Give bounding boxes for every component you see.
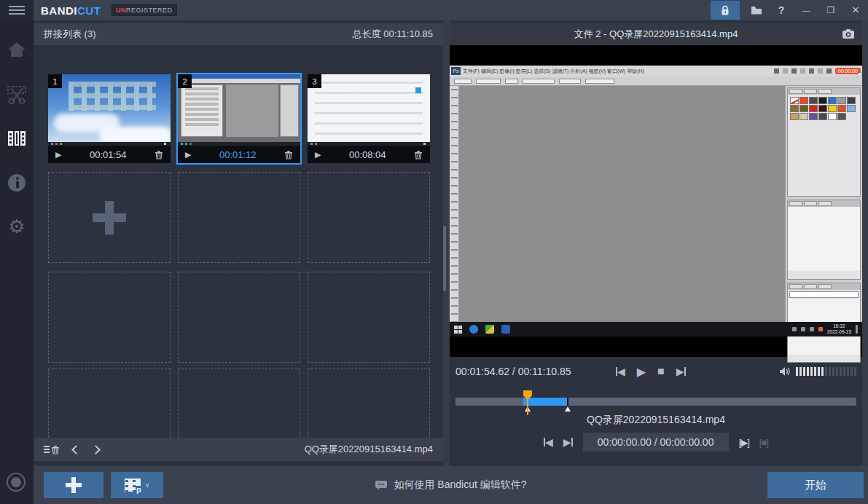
join-list-header: 拼接列表 (3) 总长度 00:11:10.85	[34, 23, 443, 45]
selected-segment[interactable]	[523, 398, 567, 406]
info-icon	[8, 174, 26, 192]
join-list-title: 拼接列表 (3)	[44, 28, 96, 41]
trash-icon	[51, 445, 60, 454]
move-left-button[interactable]	[71, 445, 81, 454]
app-logo: BANDICUT	[41, 0, 101, 20]
stop-button[interactable]: ■	[657, 365, 665, 378]
unregistered-rest: REGISTERED	[126, 7, 173, 14]
sidebar-item-home[interactable]	[0, 35, 34, 64]
record-button[interactable]	[7, 473, 26, 492]
video-preview[interactable]: Ps 文件(F) 编辑(E) 图像(I) 图层(L) 选择(S) 滤镜(T) 分…	[450, 45, 862, 357]
recording-time-badge: 00:00:00	[835, 68, 861, 74]
volume-control[interactable]	[779, 366, 856, 377]
segment-controls: ◀ ▶ 00:00:00.00 / 00:00:00.00 [▶] [■]	[450, 431, 862, 453]
seek-track[interactable]	[455, 398, 856, 406]
scissors-cut-icon	[7, 85, 27, 104]
help-button[interactable]: ?	[769, 1, 794, 20]
move-right-button[interactable]	[91, 445, 101, 454]
clip-play-icon[interactable]: ▶	[185, 150, 191, 160]
segment-stop-button[interactable]: [■]	[759, 437, 768, 448]
empty-slot	[178, 172, 300, 263]
skip-start-button[interactable]: ◀	[616, 366, 625, 377]
film-join-icon	[7, 130, 26, 146]
clip-play-icon[interactable]: ▶	[55, 150, 61, 160]
clip-3-footer: ▶ 00:08:04	[308, 146, 430, 163]
video-ps-optionsbar	[450, 76, 862, 86]
selected-clip-filename: QQ录屏20220915163414.mp4	[305, 443, 433, 456]
speech-bubble-icon	[375, 480, 388, 490]
bottom-bar: p ∨ 如何使用 Bandicut 编辑软件? 开始	[34, 466, 868, 504]
taskbar-clock: 16:32 2022-09-15	[827, 323, 851, 335]
clip-item-2-selected[interactable]: 2 ▶ 00:01:12	[178, 74, 300, 163]
segment-next-icon: ▶	[563, 436, 571, 448]
skip-end-icon: ▶	[676, 366, 684, 377]
open-folder-button[interactable]	[744, 1, 769, 20]
clip-2-footer: ▶ 00:01:12	[178, 146, 300, 163]
minimize-icon: —	[802, 6, 810, 15]
video-ps-canvas	[459, 86, 785, 322]
sidebar-item-join[interactable]	[0, 124, 34, 153]
system-tray: 16:32 2022-09-15	[792, 323, 858, 335]
clip-number-badge: 2	[178, 74, 192, 88]
start-button[interactable]: 开始	[767, 472, 864, 498]
trash-icon	[155, 150, 163, 160]
titlebar: BANDICUT UNREGISTERED ? — ❐ ×	[0, 0, 868, 20]
minimize-button[interactable]: —	[794, 1, 818, 20]
trash-icon	[414, 150, 423, 160]
logo-text-cut: CUT	[77, 4, 101, 17]
segment-time-display[interactable]: 00:00:00.00 / 00:00:00.00	[583, 433, 729, 452]
clip-duration: 00:01:54	[61, 149, 155, 160]
folder-icon	[751, 6, 762, 15]
segment-next-button[interactable]: ▶	[563, 436, 573, 448]
clip-delete-button[interactable]	[284, 150, 293, 160]
stop-icon: ■	[657, 365, 665, 378]
camera-icon	[842, 28, 855, 39]
join-list-scrollbar[interactable]	[443, 226, 446, 291]
segment-play-button[interactable]: [▶]	[739, 437, 749, 448]
unregistered-un: UN	[116, 7, 126, 14]
help-link[interactable]: 如何使用 Bandicut 编辑软件?	[34, 466, 868, 504]
browser-icon	[469, 325, 478, 334]
sidebar-item-settings[interactable]: ⚙	[0, 212, 34, 241]
clip-3-thumbnail	[308, 74, 430, 146]
speaker-icon	[779, 366, 791, 377]
clip-play-icon[interactable]: ▶	[315, 150, 321, 160]
close-button[interactable]: ×	[843, 1, 868, 20]
playback-time: 00:01:54.62 / 00:11:10.85	[455, 366, 571, 377]
empty-slot	[308, 272, 430, 363]
unregistered-badge: UNREGISTERED	[112, 4, 177, 16]
preview-clip-filename: QQ录屏20220915163414.mp4	[450, 414, 862, 427]
ps-swatches	[788, 95, 860, 122]
lock-button[interactable]	[711, 1, 740, 20]
sidebar-item-cut[interactable]	[0, 80, 34, 109]
qq-annotation-toolbar: 00:00:00	[774, 68, 861, 74]
clip-delete-button[interactable]	[155, 150, 163, 160]
logo-text-bandi: BANDI	[41, 4, 77, 17]
window-controls: ? — ❐ ×	[711, 0, 868, 20]
menu-button[interactable]	[0, 0, 34, 20]
empty-slot	[308, 172, 430, 263]
clip-item-1[interactable]: 1 ▶ 00:01:54	[48, 74, 171, 163]
maximize-button[interactable]: ❐	[818, 1, 843, 20]
clip-number-badge: 3	[308, 74, 321, 88]
sidebar-item-info[interactable]	[0, 168, 34, 197]
clear-list-button[interactable]	[44, 445, 60, 454]
clip-item-3[interactable]: 3 ▶ 00:08:04	[308, 74, 430, 163]
play-button[interactable]: ▶	[637, 365, 646, 379]
empty-slot-add[interactable]	[48, 172, 171, 263]
playback-controls: 00:01:54.62 / 00:11:10.85 ◀ ▶ ■ ▶	[450, 360, 862, 383]
start-label: 开始	[805, 479, 826, 492]
clip-delete-button[interactable]	[414, 150, 423, 160]
volume-bars[interactable]	[796, 367, 856, 376]
video-ps-toolbar	[450, 86, 459, 322]
help-text: 如何使用 Bandicut 编辑软件?	[394, 479, 526, 492]
lock-icon	[720, 5, 730, 16]
join-list-panel: 拼接列表 (3) 总长度 00:11:10.85 1 ▶ 00:01:54	[34, 20, 443, 466]
ps-taskbar-icon	[501, 325, 510, 334]
segment-end-handle[interactable]	[565, 406, 571, 412]
snapshot-button[interactable]	[842, 28, 855, 42]
home-icon	[7, 41, 26, 58]
clip-grid: 1 ▶ 00:01:54 ····	[34, 45, 443, 458]
segment-prev-button[interactable]: ◀	[544, 436, 553, 448]
skip-end-button[interactable]: ▶	[676, 366, 686, 377]
